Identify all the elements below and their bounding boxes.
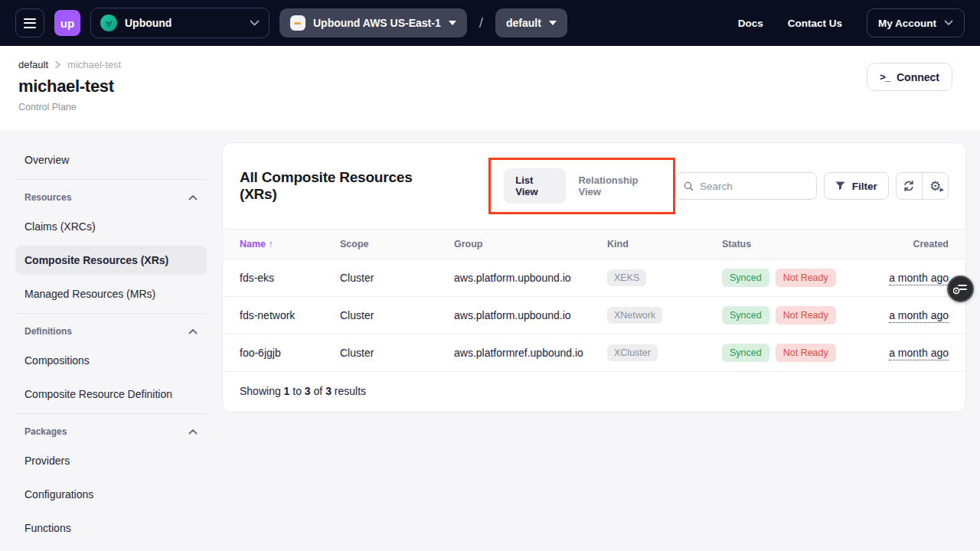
sidebar-section-definitions[interactable]: Definitions: [15, 324, 207, 339]
cell-group: aws.platform.upbound.io: [445, 259, 598, 297]
divider: [15, 179, 207, 180]
top-navbar: up Upbound Upbound AWS US-East-1 / defau…: [0, 0, 980, 46]
group-name: default: [506, 17, 541, 29]
synced-badge: Synced: [722, 306, 769, 324]
app-root: up Upbound Upbound AWS US-East-1 / defau…: [0, 0, 980, 551]
my-account-button[interactable]: My Account: [867, 8, 965, 37]
cell-kind: XCluster: [598, 334, 713, 372]
group-selector[interactable]: default: [495, 8, 567, 37]
divider: [15, 413, 207, 414]
sidebar-item-claims[interactable]: Claims (XRCs): [15, 212, 207, 241]
cell-status: SyncedNot Ready: [713, 259, 866, 297]
connect-button[interactable]: >_ Connect: [867, 63, 952, 91]
chevron-up-icon: [188, 194, 198, 201]
cell-kind: XNetwork: [598, 297, 713, 334]
table-row[interactable]: fds-network Cluster aws.platform.upbound…: [223, 297, 965, 334]
relationship-view-tab[interactable]: Relationship View: [570, 168, 664, 204]
cell-group: aws.platform.upbound.io: [445, 297, 598, 334]
chevron-down-icon: [549, 21, 557, 25]
my-account-label: My Account: [878, 18, 936, 29]
relative-time[interactable]: a month ago: [889, 272, 949, 285]
play-icon: ▶: [940, 187, 944, 193]
column-header-name[interactable]: Name ↑: [223, 230, 331, 259]
search-icon: [684, 181, 694, 192]
column-header-group[interactable]: Group: [445, 230, 598, 259]
cell-status: SyncedNot Ready: [713, 334, 866, 372]
auto-refresh-settings-button[interactable]: ⚙ ▶: [922, 173, 948, 199]
relative-time[interactable]: a month ago: [889, 347, 949, 360]
sidebar-item-configurations[interactable]: Configurations: [15, 480, 207, 509]
chevron-up-icon: [188, 328, 198, 334]
cell-created: a month ago: [866, 334, 965, 372]
cell-scope: Cluster: [331, 259, 445, 297]
column-header-scope[interactable]: Scope: [331, 230, 445, 259]
sort-ascending-icon: ↑: [269, 239, 273, 249]
cell-name: foo-6jgjb: [223, 334, 331, 372]
divider: [15, 313, 207, 314]
filter-funnel-icon: [835, 181, 845, 191]
docs-link[interactable]: Docs: [738, 18, 763, 29]
not-ready-badge: Not Ready: [776, 344, 836, 362]
sidebar-item-overview[interactable]: Overview: [15, 145, 207, 174]
feedback-widget-button[interactable]: [947, 276, 974, 302]
filter-button[interactable]: Filter: [824, 172, 889, 200]
cell-kind: XEKS: [598, 259, 713, 297]
cell-name: fds-eks: [223, 259, 331, 297]
column-header-kind[interactable]: Kind: [598, 230, 713, 259]
page-subtitle: Control Plane: [18, 102, 962, 112]
kind-badge: XEKS: [607, 269, 646, 286]
synced-badge: Synced: [722, 344, 769, 362]
table-row[interactable]: fds-eks Cluster aws.platform.upbound.io …: [223, 259, 965, 297]
chevron-down-icon: [250, 20, 260, 26]
connect-label: Connect: [897, 71, 939, 83]
cell-scope: Cluster: [331, 334, 445, 372]
upbound-logo[interactable]: up: [54, 10, 80, 36]
search-box[interactable]: [675, 172, 817, 200]
sidebar-item-providers[interactable]: Providers: [15, 446, 207, 475]
chevron-up-icon: [188, 429, 198, 435]
control-plane-selector[interactable]: Upbound AWS US-East-1: [279, 8, 467, 37]
sidebar-item-composite-resource-definition[interactable]: Composite Resource Definition: [15, 380, 207, 409]
search-input[interactable]: [700, 181, 808, 192]
cell-created: a month ago: [866, 297, 965, 334]
org-name: Upbound: [125, 17, 172, 29]
page-title: michael-test: [18, 77, 962, 96]
kind-badge: XNetwork: [607, 307, 662, 324]
breadcrumb: default michael-test: [18, 59, 962, 70]
table-actions: ⚙ ▶: [896, 172, 949, 200]
composite-resources-table: Name ↑ Scope Group Kind Status Created: [223, 229, 965, 372]
organization-selector[interactable]: Upbound: [90, 8, 270, 38]
not-ready-badge: Not Ready: [776, 269, 836, 287]
breadcrumb-parent[interactable]: default: [18, 59, 48, 70]
list-view-tab[interactable]: List View: [504, 168, 566, 204]
control-plane-icon: [290, 15, 305, 31]
menu-button[interactable]: [15, 8, 44, 37]
column-header-status[interactable]: Status: [713, 230, 866, 259]
cell-scope: Cluster: [331, 297, 445, 334]
column-header-created[interactable]: Created: [866, 230, 965, 259]
refresh-button[interactable]: [897, 173, 923, 199]
sidebar-section-resources[interactable]: Resources: [15, 190, 207, 205]
control-plane-name: Upbound AWS US-East-1: [313, 17, 441, 29]
filter-label: Filter: [852, 181, 877, 192]
not-ready-badge: Not Ready: [776, 306, 836, 324]
sidebar: Overview Resources Claims (XRCs) Composi…: [0, 130, 222, 551]
sidebar-item-managed-resources[interactable]: Managed Resources (MRs): [15, 279, 207, 308]
relative-time[interactable]: a month ago: [889, 309, 949, 323]
cell-name: fds-network: [223, 297, 331, 334]
terminal-icon: >_: [880, 71, 890, 83]
table-header-row: Name ↑ Scope Group Kind Status Created: [223, 230, 965, 259]
sidebar-item-composite-resources[interactable]: Composite Resources (XRs): [15, 246, 207, 275]
card-title: All Composite Resources (XRs): [240, 169, 439, 203]
chevron-right-icon: [54, 60, 61, 69]
org-avatar: [100, 15, 117, 31]
composite-resources-card: All Composite Resources (XRs) List View …: [222, 142, 966, 412]
sidebar-item-compositions[interactable]: Compositions: [15, 346, 207, 375]
synced-badge: Synced: [722, 269, 769, 287]
contact-us-link[interactable]: Contact Us: [788, 18, 842, 29]
sidebar-section-packages[interactable]: Packages: [15, 424, 207, 439]
feedback-icon: [953, 283, 968, 295]
sidebar-item-functions[interactable]: Functions: [15, 514, 207, 543]
table-row[interactable]: foo-6jgjb Cluster aws.platformref.upboun…: [223, 334, 965, 372]
page-header: default michael-test michael-test Contro…: [0, 46, 980, 130]
